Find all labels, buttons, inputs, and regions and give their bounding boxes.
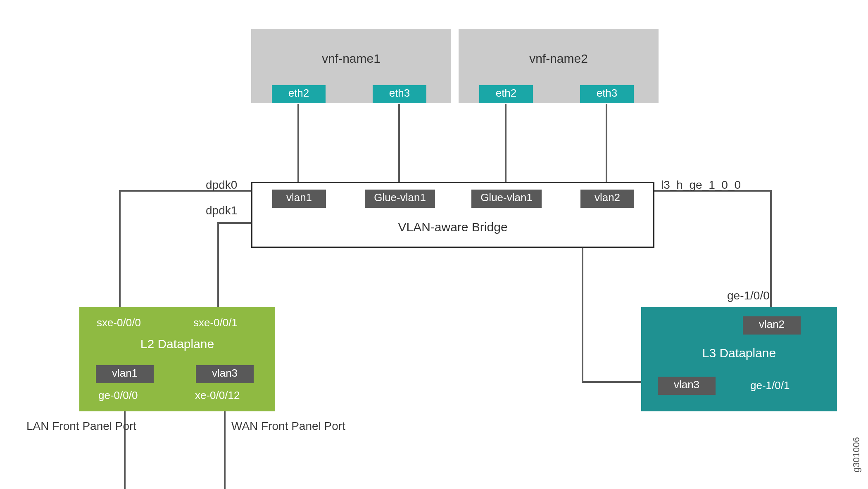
l2-xe12: xe-0/0/12: [195, 389, 240, 402]
bridge-glue-vlan1-left: Glue-vlan1: [365, 190, 435, 208]
l3h-label: l3_h_ge_1_0_0: [661, 178, 741, 192]
l2-title: L2 Dataplane: [79, 337, 275, 351]
l2-vlan3: vlan3: [196, 365, 254, 383]
vnf1-box: vnf-name1 eth2 eth3: [251, 29, 451, 103]
l3-title: L3 Dataplane: [641, 346, 837, 360]
vnf2-box: vnf-name2 eth2 eth3: [459, 29, 659, 103]
bridge-title: VLAN-aware Bridge: [252, 220, 653, 234]
l3-vlan2: vlan2: [743, 316, 801, 335]
l2-sxe0: sxe-0/0/0: [97, 316, 141, 329]
l3-vlan3: vlan3: [658, 377, 716, 395]
vnf2-title: vnf-name2: [459, 52, 659, 66]
vnf2-eth3-port: eth3: [580, 85, 634, 103]
vnf1-eth2-port: eth2: [272, 85, 326, 103]
l3-ge100-label: ge-1/0/0: [727, 289, 770, 302]
l2-ge0: ge-0/0/0: [98, 389, 138, 402]
l3-ge101: ge-1/0/1: [750, 379, 790, 392]
l2-dataplane-box: sxe-0/0/0 sxe-0/0/1 L2 Dataplane vlan1 v…: [79, 307, 275, 411]
bridge-vlan1: vlan1: [272, 190, 326, 208]
vnf1-title: vnf-name1: [251, 52, 451, 66]
lan-front-panel-port-label: LAN Front Panel Port: [26, 420, 136, 433]
l2-vlan1: vlan1: [96, 365, 154, 383]
vlan-aware-bridge: vlan1 Glue-vlan1 Glue-vlan1 vlan2 VLAN-a…: [251, 182, 654, 248]
bridge-vlan2: vlan2: [580, 190, 634, 208]
l3-dataplane-box: vlan2 L3 Dataplane vlan3 ge-1/0/1: [641, 307, 837, 411]
dpdk1-label: dpdk1: [206, 204, 237, 217]
graphic-id: g301006: [851, 437, 862, 472]
vnf2-eth2-port: eth2: [479, 85, 533, 103]
vnf1-eth3-port: eth3: [373, 85, 426, 103]
dpdk0-label: dpdk0: [206, 178, 237, 192]
wan-front-panel-port-label: WAN Front Panel Port: [231, 420, 345, 433]
diagram-canvas: vnf-name1 eth2 eth3 vnf-name2 eth2 eth3 …: [0, 0, 868, 489]
l2-sxe1: sxe-0/0/1: [193, 316, 238, 329]
bridge-glue-vlan1-right: Glue-vlan1: [471, 190, 542, 208]
